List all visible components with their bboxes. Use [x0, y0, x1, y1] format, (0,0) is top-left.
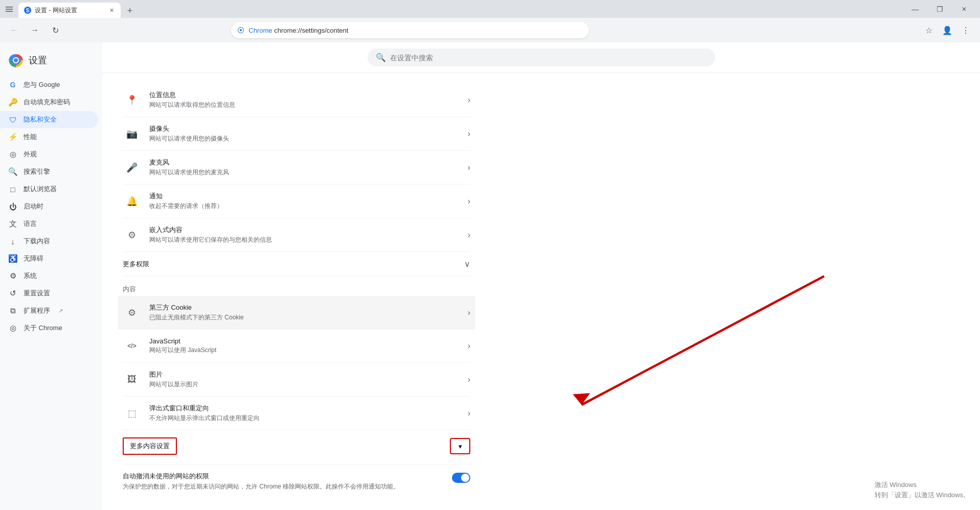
active-tab[interactable]: S 设置 - 网站设置 ✕	[18, 3, 121, 18]
sidebar-item-label: 性能	[24, 132, 37, 142]
content-wrapper: 🔍 📍 位置信息 网站可以请求取得您的位置信息 ›	[102, 42, 980, 510]
setting-text-images: 图片 网站可以显示图片	[149, 370, 468, 389]
sidebar-item-accessibility[interactable]: ♿ 无障碍	[0, 250, 98, 267]
sidebar-logo: 设置	[0, 49, 102, 76]
sidebar-item-search[interactable]: 🔍 搜索引擎	[0, 163, 98, 180]
sidebar-item-performance[interactable]: ⚡ 性能	[0, 128, 98, 146]
search-input[interactable]	[390, 54, 707, 62]
address-source: Chrome	[248, 27, 272, 34]
setting-item-microphone[interactable]: 🎤 麦克风 网站可以请求使用您的麦克风 ›	[123, 151, 470, 184]
sidebar-item-extensions[interactable]: ⧉ 扩展程序 ↗	[0, 302, 98, 319]
setting-text-microphone: 麦克风 网站可以请求使用您的麦克风	[149, 158, 468, 177]
chrome-logo-icon	[8, 53, 24, 68]
search-engine-icon: 🔍	[8, 167, 17, 176]
sidebar-item-label: 外观	[24, 150, 37, 159]
images-icon: 🖼	[123, 370, 141, 389]
setting-desc: 网站可以请求使用您的麦克风	[149, 168, 468, 177]
javascript-icon: </>	[123, 337, 141, 355]
setting-item-javascript[interactable]: </> JavaScript 网站可以使用 JavaScript ›	[123, 330, 470, 363]
close-btn[interactable]: ✕	[952, 2, 976, 17]
sidebar: 设置 G 您与 Google 🔑 自动填充和密码 🛡 隐私和安全 ⚡ 性能 ◎	[0, 42, 102, 510]
setting-desc: 已阻止无痕模式下的第三方 Cookie	[149, 313, 468, 322]
chevron-right-icon: ›	[468, 129, 470, 138]
more-content-settings-row: 更多内容设置 ▾	[123, 430, 470, 462]
setting-text-location: 位置信息 网站可以请求取得您的位置信息	[149, 90, 468, 109]
sidebar-item-language[interactable]: 文 语言	[0, 215, 98, 233]
nav-bar: ← → ↻ ⦿ Chrome chrome://settings/content…	[0, 18, 980, 42]
setting-title: 第三方 Cookie	[149, 303, 468, 312]
bookmark-btn[interactable]: ☆	[921, 22, 937, 38]
search-container[interactable]: 🔍	[368, 49, 715, 66]
setting-item-embedded[interactable]: ⚙ 嵌入式内容 网站可以请求使用它们保存的与您相关的信息 ›	[123, 218, 470, 252]
privacy-icon: 🛡	[8, 115, 17, 124]
setting-item-images[interactable]: 🖼 图片 网站可以显示图片 ›	[123, 363, 470, 397]
google-icon: G	[8, 80, 17, 89]
more-permissions-row[interactable]: 更多权限 ∨	[123, 252, 470, 276]
setting-item-cookie[interactable]: ⚙ 第三方 Cookie 已阻止无痕模式下的第三方 Cookie ›	[118, 296, 475, 330]
tab-favicon: S	[24, 6, 32, 14]
more-btn[interactable]: ⋮	[958, 22, 974, 38]
startup-icon: ⏻	[8, 202, 17, 211]
setting-text-embedded: 嵌入式内容 网站可以请求使用它们保存的与您相关的信息	[149, 225, 468, 244]
setting-text-popups: 弹出式窗口和重定向 不允许网站显示弹出式窗口或使用重定向	[149, 404, 468, 423]
embedded-icon: ⚙	[123, 226, 141, 244]
refresh-btn[interactable]: ↻	[47, 22, 63, 38]
default-browser-icon: □	[8, 184, 17, 194]
tab-title: 设置 - 网站设置	[35, 6, 104, 15]
sidebar-item-google[interactable]: G 您与 Google	[0, 76, 98, 94]
svg-text:S: S	[26, 8, 30, 13]
setting-desc: 网站可以请求使用它们保存的与您相关的信息	[149, 236, 468, 244]
sidebar-item-autofill[interactable]: 🔑 自动填充和密码	[0, 94, 98, 111]
microphone-icon: 🎤	[123, 158, 141, 177]
auto-revoke-toggle[interactable]	[452, 473, 470, 483]
setting-item-popups[interactable]: ⬚ 弹出式窗口和重定向 不允许网站显示弹出式窗口或使用重定向 ›	[123, 397, 470, 430]
about-chrome-icon: ◎	[8, 323, 17, 333]
address-url: chrome://settings/content	[274, 27, 348, 34]
sidebar-item-startup[interactable]: ⏻ 启动时	[0, 198, 98, 215]
setting-title: 麦克风	[149, 158, 468, 167]
chevron-down-icon: ∨	[464, 259, 470, 269]
sidebar-item-downloads[interactable]: ↓ 下载内容	[0, 233, 98, 250]
chevron-right-icon: ›	[468, 375, 470, 384]
chevron-right-icon: ›	[468, 341, 470, 351]
chrome-menu-btn[interactable]	[4, 4, 14, 14]
sidebar-item-reset[interactable]: ↺ 重置设置	[0, 285, 98, 302]
setting-item-location[interactable]: 📍 位置信息 网站可以请求取得您的位置信息 ›	[123, 83, 470, 117]
chevron-right-icon: ›	[468, 197, 470, 206]
chevron-right-icon: ›	[468, 230, 470, 240]
setting-item-notification[interactable]: 🔔 通知 收起不需要的请求（推荐） ›	[123, 184, 470, 218]
forward-btn[interactable]: →	[27, 22, 43, 38]
new-tab-btn[interactable]: +	[123, 4, 137, 18]
chevron-right-icon: ›	[468, 308, 470, 317]
auto-revoke-row: 自动撤消未使用的网站的权限 为保护您的数据，对于您近期未访问的网站，允许 Chr…	[123, 464, 470, 498]
sidebar-item-system[interactable]: ⚙ 系统	[0, 267, 98, 285]
sidebar-item-appearance[interactable]: ◎ 外观	[0, 146, 98, 163]
more-content-dropdown-btn[interactable]: ▾	[450, 438, 470, 454]
sidebar-item-label: 关于 Chrome	[24, 323, 62, 333]
setting-item-camera[interactable]: 📷 摄像头 网站可以请求使用您的摄像头 ›	[123, 117, 470, 151]
setting-desc: 网站可以请求取得您的位置信息	[149, 101, 468, 109]
sidebar-item-label: 下载内容	[24, 237, 50, 246]
sidebar-item-default-browser[interactable]: □ 默认浏览器	[0, 180, 98, 198]
address-bar[interactable]: ⦿ Chrome chrome://settings/content	[231, 22, 589, 38]
sidebar-item-privacy[interactable]: 🛡 隐私和安全	[0, 111, 98, 128]
sidebar-item-label: 启动时	[24, 202, 43, 211]
sidebar-item-label: 重置设置	[24, 289, 50, 298]
window-controls-left	[4, 4, 14, 14]
sidebar-item-label: 自动填充和密码	[24, 98, 70, 107]
profile-btn[interactable]: 👤	[939, 22, 955, 38]
back-btn[interactable]: ←	[6, 22, 22, 38]
external-link-icon: ↗	[58, 308, 63, 314]
activate-windows-text: 激活 Windows	[875, 480, 970, 490]
minimize-btn[interactable]: —	[903, 2, 927, 17]
sidebar-item-about[interactable]: ◎ 关于 Chrome	[0, 319, 98, 337]
settings-section: 📍 位置信息 网站可以请求取得您的位置信息 › 📷 摄像头 网站可以请求使用您的…	[123, 83, 470, 498]
setting-title: 图片	[149, 370, 468, 379]
sidebar-page-title: 设置	[29, 54, 47, 66]
tab-close-btn[interactable]: ✕	[107, 6, 116, 14]
location-icon: 📍	[123, 91, 141, 109]
restore-btn[interactable]: ❐	[928, 2, 951, 17]
sidebar-item-label: 默认浏览器	[24, 184, 57, 194]
toggle-text: 自动撤消未使用的网站的权限 为保护您的数据，对于您近期未访问的网站，允许 Chr…	[123, 472, 444, 491]
chevron-down-icon: ▾	[459, 443, 462, 450]
